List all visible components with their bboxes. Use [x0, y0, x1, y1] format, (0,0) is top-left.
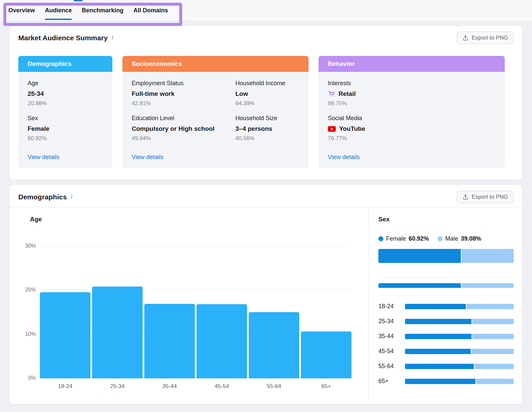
sex-row-45-54: 45-54 [378, 344, 514, 359]
male-segment [462, 249, 514, 263]
legend-item-male: Male39.08% [438, 235, 481, 242]
metric-percent: 40.56% [235, 135, 299, 142]
market-audience-summary-card: Market Audience Summary i Export to PNG … [10, 26, 522, 180]
metric-interests: Interests Retail 99.75% [328, 80, 495, 107]
metric-label: Age [28, 80, 103, 87]
metric-percent: 60.92% [28, 135, 103, 142]
female-legend-dot [378, 236, 383, 241]
sex-compact-bar [378, 283, 514, 288]
sex-row-label: 55-64 [378, 363, 405, 370]
tab-overview[interactable]: Overview [8, 0, 35, 21]
metric-household-size: Household Size 3–4 persons 40.56% [235, 115, 299, 142]
female-segment [378, 283, 461, 288]
metric-value: Low [235, 90, 299, 98]
metric-label: Education Level [132, 115, 235, 122]
sex-row-bar [405, 304, 514, 309]
x-axis-label-25-34: 25-34 [92, 383, 143, 390]
metric-label: Sex [28, 115, 103, 122]
sex-row-label: 65+ [378, 378, 405, 385]
sex-overall-bar [378, 249, 514, 263]
sex-row-bar [405, 334, 514, 339]
male-segment [476, 379, 514, 384]
legend-name: Male [445, 235, 458, 242]
male-segment [462, 283, 514, 288]
age-bar-35-44 [144, 304, 195, 378]
x-axis-label-65+: 65+ [301, 383, 351, 390]
tab-benchmarking[interactable]: Benchmarking [82, 0, 123, 21]
female-segment [405, 364, 474, 369]
age-bars [40, 246, 351, 378]
metric-value: Retail [338, 90, 356, 98]
age-bar-18-24 [40, 292, 90, 378]
x-axis-label-35-44: 35-44 [144, 383, 195, 390]
sex-row-bar [405, 364, 514, 369]
sex-by-age-rows: 18-2425-3435-4445-5455-6465+ [378, 299, 514, 389]
export-to-png-button[interactable]: Export to PNG [457, 32, 514, 44]
info-icon[interactable]: i [112, 34, 113, 41]
age-bar-25-34 [92, 287, 143, 378]
metric-value: Full-time work [132, 90, 235, 98]
subcard-demographics-header: Demographics [18, 56, 112, 72]
view-details-link-socioeconomics[interactable]: View details [132, 154, 164, 161]
subcard-socioeconomics: Socioeconomics Employment Status Full-ti… [122, 56, 309, 168]
sex-row-bar [405, 379, 514, 384]
metric-value: Compulsory or High school [132, 125, 235, 132]
metric-household-income: Household Income Low 64.39% [235, 80, 299, 107]
sex-panel-title: Sex [378, 216, 390, 223]
male-legend-dot [438, 236, 443, 241]
sex-row-label: 35-44 [378, 333, 405, 340]
metric-sex: Sex Female 60.92% [28, 115, 103, 142]
sex-row-65+: 65+ [378, 374, 514, 389]
tab-all-domains[interactable]: All Domains [133, 0, 168, 21]
view-details-link-behavior[interactable]: View details [328, 154, 360, 161]
y-axis-label: 30% [19, 243, 36, 249]
metric-education-level: Education Level Compulsory or High schoo… [132, 115, 235, 142]
demographics-card: Demographics i Export to PNG Age 0%10%20… [10, 185, 522, 404]
x-axis-label-45-54: 45-54 [197, 383, 247, 390]
sex-row-bar [405, 349, 514, 354]
tab-audience[interactable]: Audience [45, 0, 72, 21]
metric-label: Household Size [235, 115, 299, 122]
metric-label: Household Income [235, 80, 299, 87]
female-segment [405, 334, 471, 339]
y-axis-label: 10% [19, 331, 36, 337]
sex-row-bar [405, 319, 514, 324]
metric-percent: 42.81% [132, 100, 235, 107]
metric-value: 3–4 persons [235, 125, 299, 132]
x-axis-label-55-64: 55-64 [249, 383, 299, 390]
upload-icon [463, 35, 468, 41]
metric-value: YouTube [339, 125, 365, 132]
legend-item-female: Female60.92% [378, 235, 429, 242]
age-bar-55-64 [249, 312, 299, 378]
view-details-link-demographics[interactable]: View details [28, 154, 60, 161]
age-chart-x-axis: 18-2425-3435-4445-5455-6465+ [40, 383, 351, 390]
export-to-png-label: Export to PNG [471, 35, 508, 41]
y-axis-label: 0% [19, 375, 36, 381]
info-icon[interactable]: i [71, 193, 72, 200]
sex-row-35-44: 35-44 [378, 329, 514, 344]
metric-value: Female [28, 125, 103, 132]
metric-age: Age 25-34 20.88% [28, 80, 103, 107]
age-bar-45-54 [197, 304, 247, 378]
metric-label: Employment Status [132, 80, 235, 87]
metric-percent: 99.75% [328, 100, 495, 107]
export-to-png-button-demographics[interactable]: Export to PNG [457, 191, 514, 203]
divider [378, 277, 514, 278]
age-bar-65+ [301, 331, 351, 378]
metric-value: 25-34 [28, 90, 103, 98]
legend-name: Female [386, 235, 406, 242]
summary-subcards: Demographics Age 25-34 20.88% Sex Female… [18, 56, 505, 168]
divider [378, 295, 514, 296]
female-segment [405, 304, 466, 309]
youtube-icon [328, 126, 336, 132]
age-chart-title: Age [30, 216, 42, 223]
metric-percent: 76.77% [328, 135, 495, 142]
metric-percent: 64.39% [235, 100, 299, 107]
male-segment [474, 364, 514, 369]
subcard-behavior-header: Behavior [319, 56, 505, 72]
male-segment [472, 334, 514, 339]
y-axis-label: 20% [19, 287, 36, 293]
sex-row-25-34: 25-34 [378, 314, 514, 329]
female-segment [378, 249, 461, 263]
upload-icon [463, 194, 468, 200]
